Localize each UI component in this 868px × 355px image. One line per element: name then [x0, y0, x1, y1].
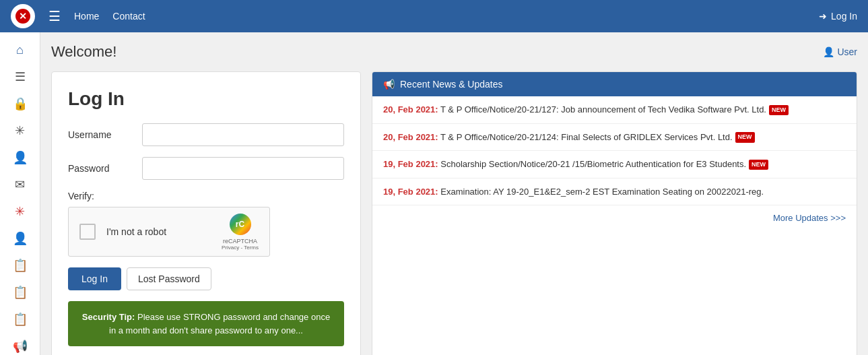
more-updates: More Updates >>>: [372, 205, 857, 230]
welcome-header: Welcome! 👤 User: [51, 43, 857, 61]
news-item[interactable]: 20, Feb 2021: T & P Office/Notice/20-21/…: [372, 124, 857, 152]
username-label: Username: [68, 129, 142, 140]
user-icon: 👤: [823, 46, 834, 57]
news-item[interactable]: 19, Feb 2021: Scholarship Section/Notice…: [372, 151, 857, 179]
news-text: T & P Office/Notice/20-21/124: Final Sel…: [438, 132, 733, 142]
recaptcha-text: I'm not a robot: [106, 226, 166, 237]
sidebar-item-mail[interactable]: ✉: [5, 172, 35, 197]
news-date: 20, Feb 2021:: [383, 104, 438, 115]
new-badge: NEW: [749, 160, 768, 170]
news-header-title: Recent News & Updates: [400, 79, 503, 90]
logo: ✕: [11, 4, 35, 28]
news-text: Examination: AY 19-20_E1&E2_sem-2 EST Ex…: [438, 187, 764, 197]
sidebar: ⌂ ☰ 🔒 ✳ 👤 ✉ ✳ 👤 📋 📋 📋 📢: [0, 32, 40, 355]
more-updates-link[interactable]: More Updates >>>: [773, 213, 846, 223]
news-text: Scholarship Section/Notice/20-21 /15/Bio…: [438, 159, 746, 169]
lost-password-button[interactable]: Lost Password: [127, 267, 211, 290]
username-group: Username: [68, 123, 344, 146]
user-link[interactable]: 👤 User: [823, 46, 857, 57]
news-list: 20, Feb 2021: T & P Office/Notice/20-21/…: [372, 96, 857, 205]
sidebar-item-home[interactable]: ⌂: [5, 38, 35, 62]
navbar: ✕ ☰ Home Contact ➜ Log In: [0, 0, 868, 32]
login-title: Log In: [68, 88, 344, 110]
nav-contact[interactable]: Contact: [112, 11, 145, 22]
security-tip-text: Please use STRONG password and change on…: [109, 312, 330, 335]
login-button[interactable]: Log In: [68, 267, 121, 290]
sidebar-item-asterisk[interactable]: ✳: [5, 119, 35, 143]
new-badge: NEW: [769, 105, 789, 116]
sidebar-item-clipboard[interactable]: 📋: [5, 253, 35, 278]
button-row: Log In Lost Password: [68, 267, 344, 290]
navbar-right: ➜ Log In: [819, 11, 857, 22]
navbar-links: Home Contact: [74, 11, 805, 22]
news-text: T & P Office/Notice/20-21/127: Job annou…: [438, 104, 766, 115]
news-date: 20, Feb 2021:: [383, 132, 438, 142]
hamburger-icon[interactable]: ☰: [48, 8, 61, 24]
page-title: Welcome!: [51, 43, 116, 61]
login-arrow-icon: ➜: [819, 11, 827, 22]
username-input[interactable]: [142, 123, 344, 146]
recaptcha-box[interactable]: I'm not a robot rC reCAPTCHA Privacy - T…: [68, 207, 270, 257]
recaptcha-links-text: Privacy - Terms: [222, 245, 259, 251]
sidebar-item-user2[interactable]: 👤: [5, 226, 35, 251]
sidebar-item-list[interactable]: ☰: [5, 65, 35, 89]
recaptcha-brand-text: reCAPTCHA: [222, 238, 259, 245]
sidebar-item-clipboard3[interactable]: 📋: [5, 307, 35, 331]
recaptcha-logo-icon: rC: [230, 214, 251, 235]
news-item[interactable]: 20, Feb 2021: T & P Office/Notice/20-21/…: [372, 96, 857, 124]
megaphone-icon: 📢: [383, 79, 395, 90]
login-card: Log In Username Password Verify: I'm not…: [51, 71, 361, 355]
security-tip: Security Tip: Please use STRONG password…: [68, 301, 344, 346]
password-group: Password: [68, 157, 344, 180]
password-input[interactable]: [142, 157, 344, 180]
sidebar-item-user[interactable]: 👤: [5, 146, 35, 170]
recaptcha-branding: rC reCAPTCHA Privacy - Terms: [222, 214, 259, 251]
sidebar-item-asterisk2[interactable]: ✳: [5, 199, 35, 224]
content-area: Log In Username Password Verify: I'm not…: [51, 71, 857, 355]
sidebar-item-lock[interactable]: 🔒: [5, 92, 35, 116]
news-panel: 📢 Recent News & Updates 20, Feb 2021: T …: [372, 71, 857, 355]
main-content: Welcome! 👤 User Log In Username Password: [40, 32, 868, 355]
nav-home[interactable]: Home: [74, 11, 99, 22]
news-header: 📢 Recent News & Updates: [372, 72, 857, 96]
password-label: Password: [68, 163, 142, 174]
layout: ⌂ ☰ 🔒 ✳ 👤 ✉ ✳ 👤 📋 📋 📋 📢 Welcome! 👤 User …: [0, 32, 868, 355]
security-tip-bold: Security Tip:: [82, 312, 135, 322]
user-label: User: [837, 46, 857, 57]
verify-label: Verify:: [68, 191, 344, 201]
recaptcha-checkbox[interactable]: [79, 224, 96, 240]
nav-login[interactable]: Log In: [831, 11, 857, 22]
news-date: 19, Feb 2021:: [383, 187, 438, 197]
sidebar-item-clipboard2[interactable]: 📋: [5, 280, 35, 304]
sidebar-item-megaphone[interactable]: 📢: [5, 334, 35, 355]
news-date: 19, Feb 2021:: [383, 159, 438, 169]
new-badge: NEW: [735, 132, 755, 143]
svg-text:✕: ✕: [19, 11, 27, 22]
news-item[interactable]: 19, Feb 2021: Examination: AY 19-20_E1&E…: [372, 179, 857, 205]
